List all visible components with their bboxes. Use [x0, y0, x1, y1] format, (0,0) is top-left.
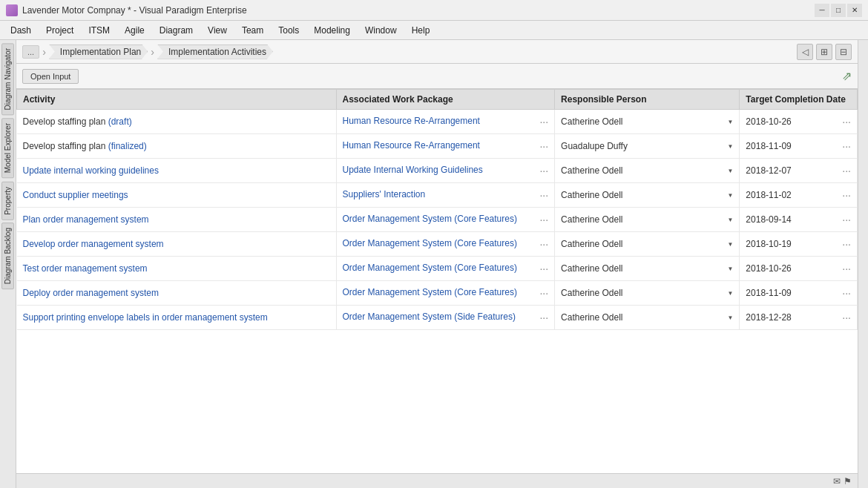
header-work-package: Associated Work Package: [336, 90, 555, 110]
maximize-button[interactable]: □: [831, 4, 846, 17]
work-package-cell-7: Order Management System (Core Features)·…: [336, 281, 555, 306]
date-cell-7: 2018-11-09···: [740, 281, 858, 306]
table-header-row: Activity Associated Work Package Respons…: [17, 90, 858, 110]
work-package-dots-5[interactable]: ···: [539, 238, 548, 250]
work-package-dots-8[interactable]: ···: [539, 311, 548, 323]
activity-cell-0: Develop staffing plan (draft): [17, 110, 337, 134]
responsible-cell-6: Catherine Odell▼: [555, 257, 740, 281]
responsible-dropdown-4[interactable]: ▼: [727, 217, 733, 223]
date-dots-7[interactable]: ···: [842, 287, 851, 299]
date-dots-4[interactable]: ···: [842, 214, 851, 225]
breadcrumb-arrow-2: ›: [151, 46, 154, 58]
date-dots-5[interactable]: ···: [842, 238, 851, 250]
minimize-button[interactable]: ─: [815, 4, 829, 17]
activity-link-8[interactable]: Support printing envelope labels in orde…: [23, 312, 268, 323]
activity-link-3[interactable]: Conduct supplier meetings: [23, 190, 128, 200]
date-dots-2[interactable]: ···: [842, 165, 851, 177]
activity-link-6[interactable]: Test order management system: [23, 263, 148, 274]
menu-item-dash[interactable]: Dash: [3, 23, 39, 38]
responsible-dropdown-6[interactable]: ▼: [727, 266, 733, 272]
responsible-name-3: Catherine Odell: [561, 190, 622, 200]
menu-item-window[interactable]: Window: [358, 23, 404, 38]
window-controls: ─ □ ✕: [815, 4, 862, 17]
responsible-dropdown-3[interactable]: ▼: [727, 192, 733, 199]
menu-item-tools[interactable]: Tools: [271, 23, 306, 38]
responsible-dropdown-0[interactable]: ▼: [727, 119, 733, 125]
breadcrumb-left: ... › Implementation Plan › Implementati…: [22, 44, 273, 59]
date-text-4: 2018-09-14: [746, 214, 791, 225]
activity-link-7[interactable]: Deploy order management system: [23, 288, 159, 298]
corner-share-icon[interactable]: ⇗: [842, 69, 852, 83]
work-package-link-5[interactable]: Order Management System (Core Features): [343, 238, 537, 248]
menu-item-help[interactable]: Help: [404, 23, 438, 38]
work-package-dots-1[interactable]: ···: [539, 140, 548, 152]
responsible-dropdown-8[interactable]: ▼: [727, 314, 733, 321]
grid-icon[interactable]: ⊞: [816, 44, 832, 60]
work-package-cell-8: Order Management System (Side Features)·…: [336, 306, 555, 330]
work-package-link-4[interactable]: Order Management System (Core Features): [343, 214, 537, 224]
breadcrumb-dots[interactable]: ...: [22, 45, 39, 59]
date-dots-8[interactable]: ···: [842, 311, 851, 323]
date-text-0: 2018-10-26: [746, 116, 791, 127]
work-package-dots-4[interactable]: ···: [539, 214, 548, 225]
activity-cell-1: Develop staffing plan (finalized): [17, 134, 337, 159]
activity-link-2[interactable]: Update internal working guidelines: [23, 165, 159, 176]
activity-link-5[interactable]: Develop order management system: [23, 239, 164, 249]
date-cell-2: 2018-12-07···: [740, 159, 858, 183]
close-button[interactable]: ✕: [847, 4, 862, 17]
breadcrumb-item-1[interactable]: Implementation Plan: [49, 44, 148, 59]
sidebar-tab-model-explorer[interactable]: Model Explorer: [1, 118, 14, 178]
activity-link-0[interactable]: Develop staffing plan (draft): [23, 116, 132, 127]
open-input-button[interactable]: Open Input: [22, 69, 79, 84]
date-dots-1[interactable]: ···: [842, 140, 851, 152]
sidebar-tab-diagram-backlog[interactable]: Diagram Backlog: [1, 222, 14, 289]
breadcrumb-item-2[interactable]: Implementation Activities: [157, 44, 273, 59]
activity-link-4[interactable]: Plan order management system: [23, 214, 149, 225]
menu-item-project[interactable]: Project: [39, 23, 81, 38]
activity-link-1[interactable]: Develop staffing plan (finalized): [23, 141, 147, 151]
activity-cell-4: Plan order management system: [17, 208, 337, 232]
responsible-dropdown-2[interactable]: ▼: [727, 168, 733, 174]
work-package-link-2[interactable]: Update Internal Working Guidelines: [343, 165, 537, 175]
responsible-dropdown-7[interactable]: ▼: [727, 290, 733, 297]
table-container[interactable]: Activity Associated Work Package Respons…: [16, 89, 858, 473]
date-cell-4: 2018-09-14···: [740, 208, 858, 232]
work-package-link-6[interactable]: Order Management System (Core Features): [343, 263, 537, 273]
work-package-link-3[interactable]: Suppliers' Interaction: [343, 189, 537, 200]
work-package-dots-3[interactable]: ···: [539, 189, 548, 201]
responsible-dropdown-1[interactable]: ▼: [727, 143, 733, 150]
layout-icon[interactable]: ⊟: [835, 44, 852, 60]
responsible-dropdown-5[interactable]: ▼: [727, 241, 733, 248]
date-text-7: 2018-11-09: [746, 288, 791, 298]
work-package-cell-1: Human Resource Re-Arrangement···: [336, 134, 555, 159]
date-dots-0[interactable]: ···: [842, 116, 851, 128]
date-text-1: 2018-11-09: [746, 141, 791, 151]
sidebar-tab-diagram-navigator[interactable]: Diagram Navigator: [1, 43, 14, 115]
flag-icon[interactable]: ⚑: [844, 476, 852, 487]
work-package-cell-4: Order Management System (Core Features)·…: [336, 208, 555, 232]
menu-item-team[interactable]: Team: [234, 23, 271, 38]
menu-item-modeling[interactable]: Modeling: [306, 23, 358, 38]
table-row: Test order management systemOrder Manage…: [17, 257, 858, 281]
back-icon[interactable]: ◁: [797, 44, 813, 60]
menu-item-view[interactable]: View: [200, 23, 234, 38]
work-package-dots-2[interactable]: ···: [539, 165, 548, 177]
menu-item-diagram[interactable]: Diagram: [152, 23, 200, 38]
mail-icon[interactable]: ✉: [833, 476, 841, 487]
header-responsible: Responsible Person: [555, 90, 740, 110]
menu-item-agile[interactable]: Agile: [117, 23, 152, 38]
work-package-dots-6[interactable]: ···: [539, 263, 548, 274]
work-package-link-8[interactable]: Order Management System (Side Features): [343, 311, 537, 322]
work-package-link-7[interactable]: Order Management System (Core Features): [343, 287, 537, 297]
date-dots-6[interactable]: ···: [842, 263, 851, 274]
menu-item-itsm[interactable]: ITSM: [81, 23, 117, 38]
sidebar-tab-property[interactable]: Property: [1, 182, 14, 220]
responsible-name-4: Catherine Odell: [561, 214, 622, 225]
work-package-link-0[interactable]: Human Resource Re-Arrangement: [343, 116, 537, 126]
work-package-dots-7[interactable]: ···: [539, 287, 548, 299]
responsible-cell-1: Guadalupe Duffy▼: [555, 134, 740, 159]
date-dots-3[interactable]: ···: [842, 189, 851, 201]
header-activity: Activity: [17, 90, 337, 110]
work-package-dots-0[interactable]: ···: [539, 116, 548, 128]
work-package-link-1[interactable]: Human Resource Re-Arrangement: [343, 140, 537, 151]
